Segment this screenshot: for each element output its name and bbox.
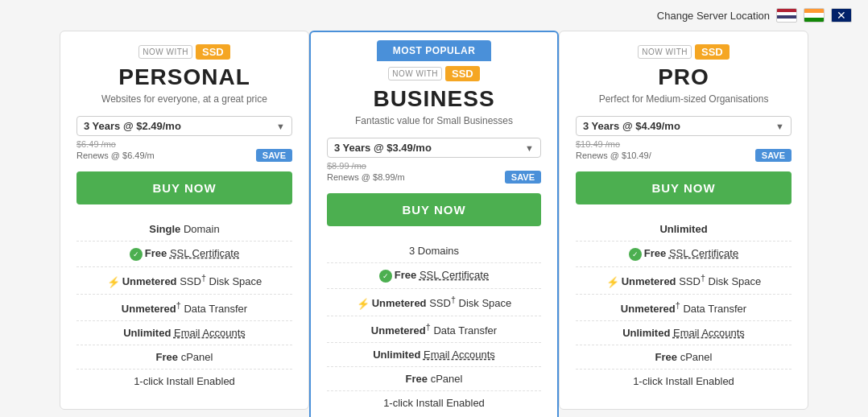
price-renews-row: Renews @ $10.49/ SAVE [576, 149, 792, 162]
shield-icon: ✓ [379, 270, 392, 283]
most-popular-badge: MOST POPULAR [377, 40, 492, 61]
chevron-down-icon: ▼ [276, 122, 285, 131]
ssl-certificate-link[interactable]: SSL Certificate [170, 247, 239, 259]
price-renews-row: Renews @ $6.49/m SAVE [76, 149, 292, 162]
save-badge: SAVE [505, 171, 541, 184]
email-accounts-link[interactable]: Email Accounts [174, 327, 246, 339]
feature-item: Free cPanel [76, 345, 292, 370]
price-selector[interactable]: 3 Years @ $4.49/mo ▼ [576, 116, 792, 136]
ssd-badge: NOW WITH SSD [576, 44, 792, 60]
feature-item: Unmetered† Data Transfer [576, 295, 792, 321]
bolt-icon: ⚡ [107, 276, 120, 288]
feature-text: Unmetered† Data Transfer [122, 303, 247, 315]
feature-item: 1-click Install Enabled [327, 391, 541, 415]
feature-text: Single Domain [149, 223, 219, 235]
feature-text: 3 Domains [409, 245, 459, 257]
plan-subtitle: Perfect for Medium-sized Organisations [576, 93, 792, 105]
feature-item: Unlimited Email Accounts [576, 321, 792, 345]
feature-free-label: Free [395, 269, 420, 281]
feature-text: Free cPanel [406, 373, 463, 385]
now-with-label: NOW WITH [138, 45, 192, 59]
feature-item: 1-click Install Enabled [76, 370, 292, 393]
bolt-icon: ⚡ [606, 276, 619, 288]
feature-item: Free cPanel [576, 345, 792, 370]
plan-subtitle: Fantastic value for Small Businesses [327, 115, 541, 126]
price-old: $10.49 /mo [576, 139, 792, 149]
save-badge: SAVE [755, 149, 792, 162]
feature-item: 3 Domains [327, 239, 541, 263]
feature-item: ⚡Unmetered SSD† Disk Space [576, 267, 792, 295]
price-selector[interactable]: 3 Years @ $2.49/mo ▼ [76, 116, 292, 136]
feature-item: ⚡Unmetered SSD† Disk Space [76, 267, 292, 295]
plans-container: NOW WITH SSD PERSONAL Websites for every… [0, 31, 868, 417]
feature-text: 1-click Install Enabled [633, 375, 734, 387]
feature-text: Free cPanel [655, 351, 713, 363]
feature-free-label: Free [644, 247, 669, 259]
feature-text: 1-click Install Enabled [383, 397, 485, 409]
feature-text: Unmetered† Data Transfer [621, 303, 746, 315]
feature-item: Unmetered† Data Transfer [327, 316, 541, 343]
chevron-down-icon: ▼ [775, 122, 784, 131]
feature-item: ⚡Unmetered SSD† Disk Space [327, 289, 541, 316]
feature-item: Unlimited Email Accounts [327, 343, 541, 367]
feature-item: ✓Free SSL Certificate [76, 242, 292, 267]
plan-card-personal: NOW WITH SSD PERSONAL Websites for every… [60, 31, 309, 410]
now-with-label: NOW WITH [638, 45, 692, 59]
save-badge: SAVE [256, 149, 292, 162]
feature-text: Unlimited [659, 223, 707, 235]
top-bar: Change Server Location [0, 8, 868, 31]
flag-uk-icon[interactable] [831, 8, 852, 23]
feature-item: Free cPanel [327, 367, 541, 391]
shield-icon: ✓ [629, 248, 642, 261]
ssd-label: SSD [445, 66, 480, 81]
price-old: $6.49 /mo [76, 139, 292, 149]
price-renews: Renews @ $8.99/m [327, 172, 500, 182]
price-selector-text: 3 Years @ $2.49/mo [84, 120, 181, 132]
feature-item: ✓Free SSL Certificate [576, 242, 792, 267]
chevron-down-icon: ▼ [525, 143, 534, 153]
price-renews: Renews @ $6.49/m [76, 151, 251, 160]
buy-now-button[interactable]: BUY NOW [576, 171, 792, 204]
plan-title: PRO [576, 64, 792, 90]
feature-text: Free cPanel [156, 351, 213, 363]
feature-text: Unmetered SSD† Disk Space [622, 275, 762, 287]
ssl-certificate-link[interactable]: SSL Certificate [669, 247, 738, 259]
ssd-label: SSD [695, 44, 730, 60]
email-accounts-link[interactable]: Email Accounts [673, 327, 745, 339]
ssd-badge: NOW WITH SSD [76, 44, 292, 60]
feature-list: Single Domain✓Free SSL Certificate⚡Unmet… [76, 217, 292, 393]
shield-icon: ✓ [130, 248, 143, 261]
ssd-label: SSD [196, 44, 230, 60]
feature-item: ✓Free SSL Certificate [327, 263, 541, 289]
price-renews: Renews @ $10.49/ [576, 151, 750, 160]
price-old: $8.99 /mo [327, 161, 541, 171]
now-with-label: NOW WITH [388, 67, 442, 81]
price-selector[interactable]: 3 Years @ $3.49/mo ▼ [327, 138, 541, 158]
feature-item: Unmetered† Data Transfer [76, 295, 292, 321]
feature-list: 3 Domains✓Free SSL Certificate⚡Unmetered… [327, 239, 541, 415]
feature-free-label: Free [145, 247, 170, 259]
feature-list: Unlimited✓Free SSL Certificate⚡Unmetered… [576, 217, 792, 393]
buy-now-button[interactable]: BUY NOW [327, 193, 541, 226]
plan-title: BUSINESS [327, 86, 541, 112]
plan-title: PERSONAL [76, 64, 292, 90]
feature-text: Unlimited Email Accounts [622, 327, 745, 339]
feature-text: 1-click Install Enabled [134, 375, 235, 387]
price-selector-text: 3 Years @ $4.49/mo [583, 120, 680, 132]
email-accounts-link[interactable]: Email Accounts [424, 349, 495, 361]
flag-us-icon[interactable] [776, 8, 797, 23]
flag-in-icon[interactable] [804, 8, 825, 23]
feature-text: Unmetered† Data Transfer [371, 324, 497, 336]
change-location-label: Change Server Location [657, 10, 770, 22]
feature-item: Unlimited Email Accounts [76, 321, 292, 345]
feature-text: Unlimited Email Accounts [373, 349, 495, 361]
price-renews-row: Renews @ $8.99/m SAVE [327, 171, 541, 184]
feature-text: Unlimited Email Accounts [123, 327, 246, 339]
feature-item: Single Domain [76, 217, 292, 242]
bolt-icon: ⚡ [357, 298, 370, 310]
ssd-badge: NOW WITH SSD [327, 66, 541, 81]
buy-now-button[interactable]: BUY NOW [76, 171, 292, 204]
ssl-certificate-link[interactable]: SSL Certificate [420, 269, 489, 281]
feature-text: Unmetered SSD† Disk Space [372, 297, 512, 309]
price-selector-text: 3 Years @ $3.49/mo [334, 142, 432, 154]
